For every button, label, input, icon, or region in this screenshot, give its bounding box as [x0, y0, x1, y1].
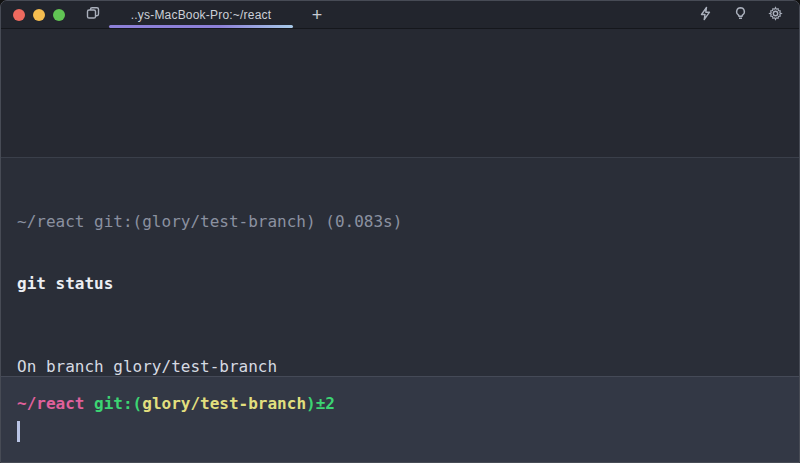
traffic-lights [13, 9, 65, 21]
terminal-tab[interactable]: ..ys-MacBook-Pro:~/react [115, 1, 287, 29]
prompt-segment: ) [306, 394, 316, 413]
prompt-segment [84, 394, 94, 413]
terminal-window: ..ys-MacBook-Pro:~/react + [0, 0, 800, 463]
completed-command-block[interactable]: ~/react git:(glory/test-branch) (0.083s)… [1, 157, 799, 376]
minimize-button[interactable] [33, 9, 45, 21]
command-text: git status [17, 274, 783, 295]
prompt-segment: ±2 [316, 394, 335, 413]
prompt-segment: glory/test-branch [142, 394, 306, 413]
settings-button[interactable] [763, 3, 787, 27]
title-bar: ..ys-MacBook-Pro:~/react + [1, 1, 799, 29]
lightning-icon [698, 6, 713, 24]
output-line: On branch glory/test-branch [17, 357, 783, 378]
gear-icon [768, 6, 783, 24]
text-cursor [17, 421, 20, 442]
pages-button[interactable] [81, 3, 105, 27]
prompt-segment: git:( [94, 394, 142, 413]
prompt-context-line: ~/react git:(glory/test-branch) (0.083s) [17, 212, 783, 233]
new-tab-button[interactable]: + [305, 3, 329, 27]
input-line[interactable] [17, 419, 783, 444]
current-prompt-block[interactable]: ~/react git:(glory/test-branch)±2 [1, 376, 799, 462]
lightbulb-icon [733, 6, 748, 24]
shell-prompt: ~/react git:(glory/test-branch)±2 [17, 394, 783, 415]
tab-title: ..ys-MacBook-Pro:~/react [131, 8, 272, 22]
tab-active-underline [109, 25, 293, 28]
pages-icon [85, 5, 101, 24]
warp-ai-button[interactable] [693, 3, 717, 27]
titlebar-right-icons [693, 3, 787, 27]
close-button[interactable] [13, 9, 25, 21]
tips-button[interactable] [728, 3, 752, 27]
terminal-scrollback: ~/react git:(glory/test-branch) (0.083s)… [1, 29, 799, 462]
prompt-segment: ~/react [17, 394, 84, 413]
zoom-button[interactable] [53, 9, 65, 21]
